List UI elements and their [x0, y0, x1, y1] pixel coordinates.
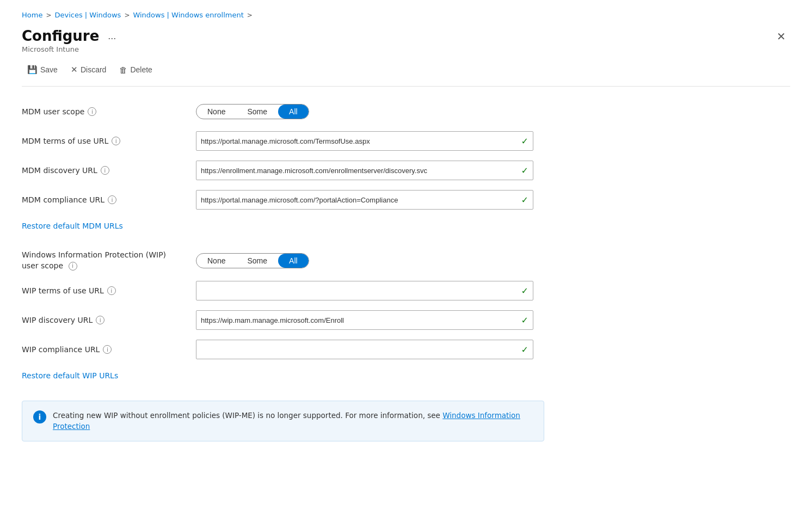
- wip-section: Windows Information Protection (WIP)user…: [22, 250, 790, 384]
- info-banner-text: Creating new WIP without enrollment poli…: [53, 410, 533, 432]
- wip-compliance-control: ✓: [196, 340, 790, 359]
- breadcrumb-windows-enrollment[interactable]: Windows | Windows enrollment: [133, 11, 243, 19]
- breadcrumb-sep-1: >: [46, 11, 51, 19]
- delete-button[interactable]: 🗑 Delete: [114, 63, 157, 77]
- mdm-user-scope-info-icon[interactable]: i: [88, 107, 96, 116]
- mdm-terms-input-wrap: ✓: [196, 131, 533, 151]
- wip-user-scope-label: Windows Information Protection (WIP)user…: [22, 250, 196, 271]
- page-container: Home > Devices | Windows > Windows | Win…: [0, 0, 812, 528]
- wip-user-scope-label-area: Windows Information Protection (WIP)user…: [22, 250, 196, 271]
- mdm-terms-label: MDM terms of use URL i: [22, 137, 196, 145]
- wip-terms-row: WIP terms of use URL i ✓: [22, 281, 790, 300]
- wip-compliance-input-wrap: ✓: [196, 340, 533, 359]
- mdm-compliance-input[interactable]: [201, 196, 519, 204]
- close-button[interactable]: ✕: [772, 28, 790, 45]
- page-subtitle: Microsoft Intune: [22, 45, 119, 53]
- wip-user-scope-row: Windows Information Protection (WIP)user…: [22, 250, 790, 271]
- wip-compliance-row: WIP compliance URL i ✓: [22, 340, 790, 359]
- wip-discovery-control: ✓: [196, 310, 790, 330]
- restore-wip-link[interactable]: Restore default WIP URLs: [22, 371, 118, 380]
- mdm-compliance-check-icon: ✓: [521, 195, 528, 205]
- mdm-terms-input[interactable]: [201, 137, 519, 145]
- delete-label: Delete: [130, 65, 152, 74]
- breadcrumb-sep-2: >: [124, 11, 130, 19]
- wip-terms-input-wrap: ✓: [196, 281, 533, 300]
- wip-scope-all[interactable]: All: [278, 254, 309, 268]
- wip-discovery-info-icon[interactable]: i: [96, 316, 104, 324]
- mdm-discovery-input-wrap: ✓: [196, 161, 533, 180]
- mdm-discovery-row: MDM discovery URL i ✓: [22, 161, 790, 180]
- page-title-text: Configure: [22, 28, 99, 44]
- breadcrumb-home[interactable]: Home: [22, 11, 42, 19]
- mdm-scope-none[interactable]: None: [196, 105, 236, 119]
- restore-wip-row: Restore default WIP URLs: [22, 369, 790, 384]
- breadcrumb-sep-3: >: [247, 11, 253, 19]
- delete-icon: 🗑: [119, 65, 127, 75]
- mdm-terms-row: MDM terms of use URL i ✓: [22, 131, 790, 151]
- restore-mdm-link[interactable]: Restore default MDM URLs: [22, 222, 123, 230]
- wip-compliance-input[interactable]: [201, 346, 519, 354]
- mdm-compliance-input-wrap: ✓: [196, 190, 533, 210]
- toolbar: 💾 Save ✕ Discard 🗑 Delete: [22, 62, 790, 87]
- mdm-compliance-label: MDM compliance URL i: [22, 195, 196, 204]
- mdm-discovery-check-icon: ✓: [521, 165, 528, 176]
- mdm-user-scope-toggle: None Some All: [196, 104, 309, 119]
- breadcrumb-devices-windows[interactable]: Devices | Windows: [54, 11, 121, 19]
- save-button[interactable]: 💾 Save: [22, 62, 63, 77]
- wip-discovery-label: WIP discovery URL i: [22, 316, 196, 324]
- restore-mdm-row: Restore default MDM URLs: [22, 219, 790, 235]
- save-label: Save: [40, 65, 58, 74]
- wip-compliance-info-icon[interactable]: i: [103, 345, 112, 354]
- more-options-button[interactable]: ...: [104, 29, 119, 43]
- wip-discovery-input-wrap: ✓: [196, 310, 533, 330]
- mdm-discovery-control: ✓: [196, 161, 790, 180]
- mdm-terms-control: ✓: [196, 131, 790, 151]
- discard-button[interactable]: ✕ Discard: [65, 62, 112, 77]
- mdm-section: MDM user scope i None Some All MDM terms…: [22, 102, 790, 235]
- page-title-area: Configure ... Microsoft Intune: [22, 28, 119, 53]
- mdm-compliance-control: ✓: [196, 190, 790, 210]
- wip-terms-check-icon: ✓: [521, 286, 528, 296]
- info-banner-icon: i: [33, 410, 46, 423]
- mdm-user-scope-row: MDM user scope i None Some All: [22, 102, 790, 121]
- wip-scope-some[interactable]: Some: [236, 254, 278, 268]
- save-icon: 💾: [27, 65, 38, 75]
- wip-discovery-check-icon: ✓: [521, 315, 528, 326]
- mdm-terms-check-icon: ✓: [521, 136, 528, 146]
- wip-user-scope-toggle: None Some All: [196, 253, 309, 268]
- mdm-user-scope-control: None Some All: [196, 104, 790, 119]
- info-banner: i Creating new WIP without enrollment po…: [22, 401, 544, 441]
- breadcrumb: Home > Devices | Windows > Windows | Win…: [22, 11, 790, 19]
- mdm-user-scope-label: MDM user scope i: [22, 107, 196, 116]
- mdm-scope-all[interactable]: All: [278, 105, 309, 119]
- wip-scope-none[interactable]: None: [196, 254, 236, 268]
- info-banner-text-before: Creating new WIP without enrollment poli…: [53, 411, 442, 420]
- discard-label: Discard: [81, 65, 106, 74]
- wip-discovery-row: WIP discovery URL i ✓: [22, 310, 790, 330]
- mdm-discovery-label: MDM discovery URL i: [22, 166, 196, 175]
- wip-compliance-label: WIP compliance URL i: [22, 345, 196, 354]
- wip-compliance-check-icon: ✓: [521, 345, 528, 355]
- wip-terms-control: ✓: [196, 281, 790, 300]
- wip-user-scope-control: None Some All: [196, 253, 790, 268]
- wip-terms-input[interactable]: [201, 287, 519, 295]
- mdm-discovery-info-icon[interactable]: i: [101, 166, 109, 175]
- discard-icon: ✕: [71, 65, 78, 75]
- mdm-compliance-row: MDM compliance URL i ✓: [22, 190, 790, 210]
- page-title: Configure ...: [22, 28, 119, 44]
- mdm-scope-some[interactable]: Some: [236, 105, 278, 119]
- wip-user-scope-info-icon[interactable]: i: [69, 262, 77, 271]
- mdm-discovery-input[interactable]: [201, 167, 519, 175]
- wip-terms-info-icon[interactable]: i: [107, 286, 116, 295]
- wip-discovery-input[interactable]: [201, 316, 519, 324]
- page-header: Configure ... Microsoft Intune ✕: [22, 28, 790, 53]
- mdm-compliance-info-icon[interactable]: i: [108, 195, 116, 204]
- wip-terms-label: WIP terms of use URL i: [22, 286, 196, 295]
- mdm-terms-info-icon[interactable]: i: [112, 137, 120, 145]
